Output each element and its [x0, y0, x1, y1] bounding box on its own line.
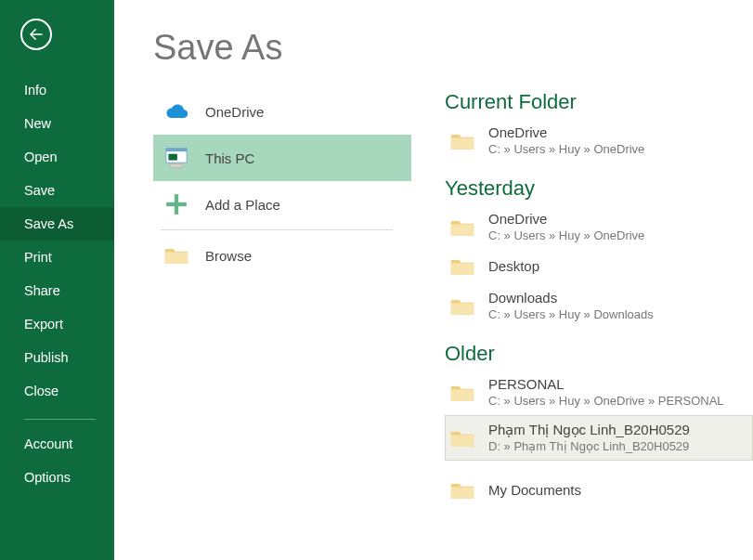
folder-icon [161, 240, 192, 271]
loc-item[interactable]: Downloads C: » Users » Huy » Downloads [445, 283, 753, 329]
folder-icon [449, 428, 475, 449]
nav-export[interactable]: Export [0, 307, 114, 341]
nav-save-as[interactable]: Save As [0, 207, 114, 241]
places-divider [161, 229, 393, 230]
loc-item[interactable]: Phạm Thị Ngọc Linh_B20H0529 D: » Phạm Th… [445, 415, 753, 461]
place-label: OneDrive [205, 104, 264, 120]
folder-icon [449, 480, 475, 501]
loc-item[interactable]: My Documents [445, 474, 753, 507]
backstage-sidebar: Info New Open Save Save As Print Share E… [0, 0, 114, 560]
svg-rect-3 [168, 154, 176, 161]
nav-close[interactable]: Close [0, 374, 114, 408]
folder-icon [449, 256, 475, 277]
folder-icon [449, 296, 475, 317]
nav-divider [24, 419, 96, 420]
group-header-yesterday: Yesterday [445, 176, 753, 201]
folder-icon [449, 131, 475, 151]
places-list: OneDrive This PC [153, 88, 411, 560]
loc-name: PERSONAL [488, 376, 724, 394]
back-arrow-icon [28, 26, 45, 43]
nav-save[interactable]: Save [0, 174, 114, 207]
place-browse[interactable]: Browse [153, 232, 411, 279]
nav-info[interactable]: Info [0, 73, 114, 107]
main-panel: Save As OneDrive This PC [114, 0, 753, 560]
nav-new[interactable]: New [0, 107, 114, 140]
onedrive-icon [161, 96, 192, 127]
nav-publish[interactable]: Publish [0, 341, 114, 374]
nav-account[interactable]: Account [0, 427, 114, 461]
nav-print[interactable]: Print [0, 241, 114, 274]
loc-path: C: » Users » Huy » OneDrive [488, 228, 644, 243]
nav-options[interactable]: Options [0, 461, 114, 494]
place-label: Add a Place [205, 197, 280, 213]
loc-item[interactable]: PERSONAL C: » Users » Huy » OneDrive » P… [445, 370, 753, 415]
loc-name: Downloads [488, 290, 654, 307]
pc-icon [161, 142, 192, 174]
page-title: Save As [153, 28, 753, 68]
nav-open[interactable]: Open [0, 140, 114, 174]
loc-item[interactable]: OneDrive C: » Users » Huy » OneDrive [445, 204, 753, 250]
loc-path: C: » Users » Huy » OneDrive » PERSONAL [488, 394, 724, 409]
place-this-pc[interactable]: This PC [153, 135, 411, 181]
folder-icon [449, 383, 475, 403]
loc-item[interactable]: OneDrive C: » Users » Huy » OneDrive [445, 118, 753, 163]
loc-name: OneDrive [488, 211, 644, 228]
place-label: Browse [205, 248, 252, 264]
folder-icon [449, 217, 475, 238]
loc-item[interactable]: Desktop [445, 250, 753, 283]
svg-rect-6 [175, 194, 178, 215]
loc-name: Desktop [488, 258, 539, 276]
group-header-older: Older [445, 342, 753, 366]
add-icon [161, 189, 192, 220]
place-onedrive[interactable]: OneDrive [153, 88, 411, 135]
group-header-current: Current Folder [445, 90, 753, 114]
svg-rect-4 [170, 164, 183, 167]
loc-path: C: » Users » Huy » Downloads [488, 307, 654, 322]
place-add-place[interactable]: Add a Place [153, 181, 411, 228]
loc-path: C: » Users » Huy » OneDrive [488, 142, 644, 157]
loc-name: Phạm Thị Ngọc Linh_B20H0529 [488, 422, 690, 439]
loc-path: D: » Phạm Thị Ngọc Linh_B20H0529 [488, 439, 690, 454]
loc-name: OneDrive [488, 124, 644, 142]
loc-name: My Documents [488, 482, 581, 500]
place-label: This PC [205, 150, 254, 166]
locations-panel: Current Folder OneDrive C: » Users » Huy… [411, 88, 753, 560]
nav-share[interactable]: Share [0, 274, 114, 307]
svg-rect-2 [166, 149, 187, 151]
back-button[interactable] [20, 19, 52, 50]
